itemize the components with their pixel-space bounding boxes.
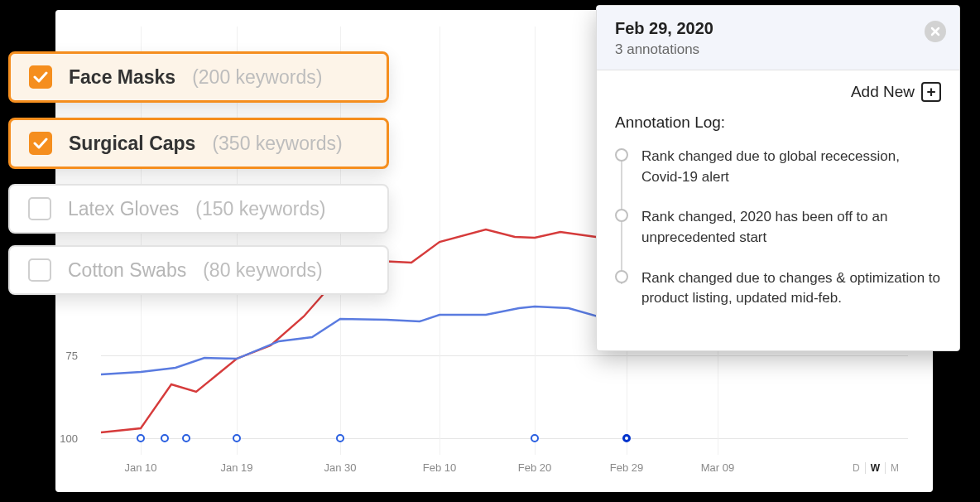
granularity-week[interactable]: W [866, 462, 886, 474]
annotation-header: Feb 29, 2020 3 annotations [597, 6, 959, 70]
legend-latex-gloves[interactable]: Latex Gloves (150 keywords) [8, 184, 389, 234]
annotation-panel: Feb 29, 2020 3 annotations Add New + Ann… [596, 5, 960, 351]
legend-label: Latex Gloves [68, 198, 179, 220]
close-icon[interactable] [925, 21, 946, 42]
checkbox-icon [29, 132, 52, 155]
timeline-dot-icon [615, 270, 628, 283]
checkbox-icon [29, 65, 52, 89]
annotation-marker[interactable] [336, 434, 344, 442]
checkbox-icon [28, 197, 51, 220]
annotation-text: Rank changed due to changes & optimizati… [641, 268, 941, 309]
granularity-switch: D W M [848, 462, 904, 474]
checkbox-icon [28, 258, 51, 282]
annotation-list: Rank changed due to global rececession, … [615, 147, 941, 309]
annotation-count: 3 annotations [615, 41, 941, 58]
annotation-body: Add New + Annotation Log: Rank changed d… [597, 70, 959, 350]
legend-label: Face Masks [69, 66, 175, 89]
legend-face-masks[interactable]: Face Masks (200 keywords) [8, 51, 389, 103]
legend-label: Surgical Caps [69, 133, 195, 155]
legend-keywords: (350 keywords) [212, 133, 342, 155]
legend-keywords: (80 keywords) [203, 259, 322, 282]
annotation-marker[interactable] [182, 434, 190, 442]
granularity-day[interactable]: D [848, 462, 866, 474]
x-tick-label: Jan 10 [124, 461, 156, 474]
legend-surgical-caps[interactable]: Surgical Caps (350 keywords) [8, 118, 389, 169]
x-tick-label: Mar 09 [701, 461, 734, 474]
legend-keywords: (150 keywords) [195, 198, 325, 220]
annotation-marker-active[interactable] [622, 434, 631, 442]
add-label: Add New [851, 83, 915, 101]
x-tick-label: Feb 29 [610, 461, 643, 474]
gridline [101, 438, 908, 439]
granularity-month[interactable]: M [886, 462, 904, 474]
series-surgical-caps [101, 300, 635, 374]
x-tick-label: Jan 30 [324, 461, 356, 474]
legend-cotton-swabs[interactable]: Cotton Swabs (80 keywords) [8, 245, 389, 295]
y-tick-label: 75 [66, 350, 78, 362]
x-tick-label: Jan 19 [220, 461, 252, 474]
x-tick-label: Feb 10 [423, 461, 456, 474]
annotation-marker[interactable] [531, 434, 539, 442]
plus-icon: + [921, 82, 941, 102]
annotation-item[interactable]: Rank changed due to changes & optimizati… [615, 268, 941, 309]
timeline-dot-icon [615, 148, 628, 162]
add-annotation-button[interactable]: Add New + [851, 82, 941, 102]
annotation-log-title: Annotation Log: [615, 113, 941, 132]
gridline [535, 27, 536, 455]
legend-keywords: (200 keywords) [192, 66, 322, 89]
annotation-marker[interactable] [161, 434, 169, 442]
legend-label: Cotton Swabs [68, 259, 186, 282]
annotation-item[interactable]: Rank changed, 2020 has been off to an un… [615, 207, 941, 248]
annotation-marker[interactable] [233, 434, 241, 442]
annotation-marker[interactable] [137, 434, 145, 442]
gridline [101, 355, 908, 356]
x-tick-label: Feb 20 [518, 461, 551, 474]
annotation-item[interactable]: Rank changed due to global rececession, … [615, 147, 941, 187]
annotation-date: Feb 29, 2020 [615, 19, 941, 38]
annotation-text: Rank changed, 2020 has been off to an un… [641, 207, 941, 248]
y-tick-label: 100 [60, 432, 78, 445]
annotation-text: Rank changed due to global rececession, … [641, 147, 941, 187]
timeline-dot-icon [615, 209, 628, 222]
gridline [440, 27, 440, 455]
